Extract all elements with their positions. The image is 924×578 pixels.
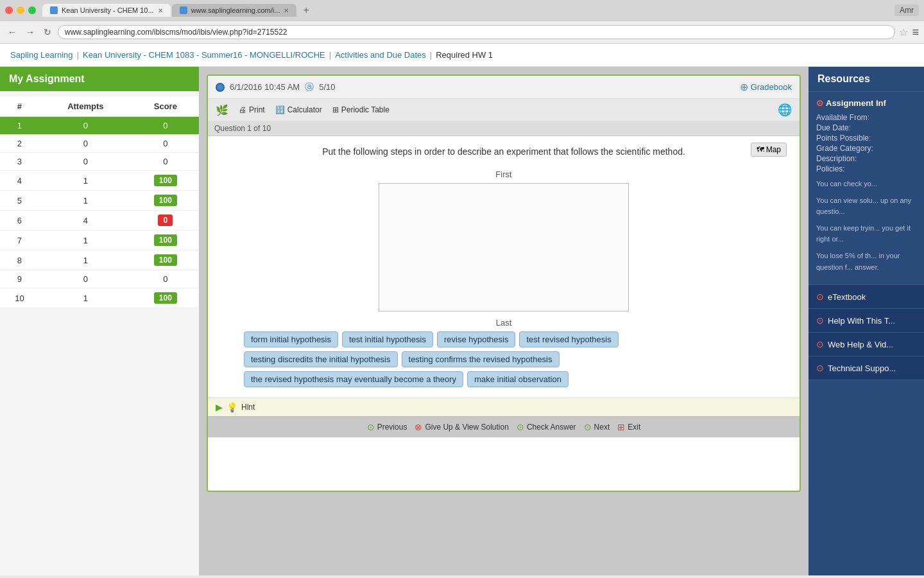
tab-2[interactable]: www.saplinglearning.com/i... ✕ <box>172 4 297 17</box>
policy-text-3: You can keep tryin... you get it right o… <box>816 223 916 245</box>
breadcrumb-sapling[interactable]: Sapling Learning <box>10 50 73 60</box>
drag-item[interactable]: make initial observation <box>467 371 569 387</box>
question-number-bar: Question 1 of 10 <box>208 121 800 136</box>
browser-titlebar: Kean University - CHEM 10... ✕ www.sapli… <box>0 0 924 21</box>
row-num: 2 <box>0 135 39 153</box>
col-header-score: Score <box>132 96 199 117</box>
table-row[interactable]: 300 <box>0 153 199 171</box>
row-score: 0 <box>132 135 199 153</box>
resource-link-item[interactable]: ⊙eTextbook <box>809 285 924 309</box>
help-icon[interactable]: 🌐 <box>778 103 792 117</box>
exit-button[interactable]: ⊞ Exit <box>617 422 640 432</box>
give-up-label: Give Up & View Solution <box>425 423 509 432</box>
table-row[interactable]: 640 <box>0 211 199 231</box>
resources-sidebar: Resources ⊙ Assignment Inf Available Fro… <box>809 67 924 575</box>
table-row[interactable]: 101100 <box>0 288 199 308</box>
give-up-button[interactable]: ⊗ Give Up & View Solution <box>415 422 509 432</box>
row-num: 5 <box>0 191 39 211</box>
breadcrumb: Sapling Learning | Kean University - CHE… <box>0 44 924 67</box>
row-num: 4 <box>0 171 39 191</box>
calculator-button[interactable]: 🔢 Calculator <box>275 105 322 114</box>
row-num: 3 <box>0 153 39 171</box>
print-label: Print <box>249 105 265 114</box>
col-header-num: # <box>0 96 39 117</box>
assignment-info-label[interactable]: Assignment Inf <box>826 98 886 108</box>
tab-1-close[interactable]: ✕ <box>158 7 163 14</box>
next-button[interactable]: ⊙ Next <box>584 422 610 432</box>
new-tab-button[interactable]: + <box>298 4 314 17</box>
periodic-table-button[interactable]: ⊞ Periodic Table <box>332 105 389 114</box>
resource-link-item[interactable]: ⊙Help With This T... <box>809 309 924 333</box>
resource-link-item[interactable]: ⊙Technical Suppo... <box>809 356 924 380</box>
question-date: 6/1/2016 10:45 AM <box>230 82 300 92</box>
drop-zone-first[interactable] <box>379 183 629 311</box>
minimize-dot[interactable] <box>17 6 24 14</box>
map-button[interactable]: 🗺 Map <box>751 143 787 157</box>
row-num: 6 <box>0 211 39 231</box>
table-row[interactable]: 71100 <box>0 231 199 250</box>
hint-label[interactable]: Hint <box>241 403 255 412</box>
prev-icon: ⊙ <box>367 422 375 432</box>
row-score: 100 <box>132 231 199 250</box>
drag-item[interactable]: testing confirms the revised hypothesis <box>402 351 560 367</box>
address-input[interactable] <box>58 25 895 39</box>
drag-item[interactable]: revise hypothesis <box>437 331 515 347</box>
next-icon: ⊙ <box>584 422 592 432</box>
question-meta: 6/1/2016 10:45 AM ⓐ 5/10 <box>216 82 335 93</box>
address-bar: ← → ↻ ☆ ≡ <box>0 21 924 44</box>
gradebook-label: Gradebook <box>751 82 792 92</box>
hint-triangle-icon: ▶ <box>216 402 223 412</box>
table-row[interactable]: 100 <box>0 117 199 135</box>
row-attempts: 0 <box>39 153 132 171</box>
reload-button[interactable]: ↻ <box>41 26 54 39</box>
row-score: 0 <box>132 211 199 231</box>
content-area: 6/1/2016 10:45 AM ⓐ 5/10 ⊕ Gradebook 🌿 🖨… <box>199 67 809 575</box>
row-attempts: 1 <box>39 250 132 270</box>
exit-label: Exit <box>628 423 640 432</box>
row-attempts: 1 <box>39 191 132 211</box>
drag-item[interactable]: test revised hypothesis <box>519 331 618 347</box>
drag-item[interactable]: test initial hypothesis <box>342 331 433 347</box>
menu-icon[interactable]: ≡ <box>912 26 919 39</box>
previous-label: Previous <box>377 423 407 432</box>
row-num: 8 <box>0 250 39 270</box>
previous-button[interactable]: ⊙ Previous <box>367 422 407 432</box>
table-row[interactable]: 51100 <box>0 191 199 211</box>
gradebook-button[interactable]: ⊕ Gradebook <box>740 81 792 93</box>
print-icon: 🖨 <box>239 105 246 114</box>
breadcrumb-activities[interactable]: Activities and Due Dates <box>335 50 426 60</box>
forward-button[interactable]: → <box>23 26 37 39</box>
drag-item[interactable]: form initial hypothesis <box>244 331 338 347</box>
drag-item[interactable]: testing discredits the initial hypothesi… <box>244 351 398 367</box>
row-attempts: 0 <box>39 270 132 288</box>
tab-favicon <box>50 6 58 14</box>
table-row[interactable]: 200 <box>0 135 199 153</box>
question-toolbar: 🌿 🖨 Print 🔢 Calculator ⊞ Periodic Table … <box>208 99 800 121</box>
table-row[interactable]: 81100 <box>0 250 199 270</box>
breadcrumb-course[interactable]: Kean University - CHEM 1083 - Summer16 -… <box>83 50 325 60</box>
drag-item[interactable]: the revised hypothesis may eventually be… <box>244 371 463 387</box>
leaf-icon: 🌿 <box>216 104 228 116</box>
bookmark-icon[interactable]: ☆ <box>899 26 908 39</box>
row-score: 100 <box>132 250 199 270</box>
question-text: Put the following steps in order to desc… <box>218 146 789 157</box>
tab-2-close[interactable]: ✕ <box>284 7 289 14</box>
print-button[interactable]: 🖨 Print <box>239 105 265 114</box>
close-dot[interactable] <box>5 6 13 14</box>
table-row[interactable]: 41100 <box>0 171 199 191</box>
browser-tabs: Kean University - CHEM 10... ✕ www.sapli… <box>42 4 894 17</box>
question-bottom-bar: ⊙ Previous ⊗ Give Up & View Solution ⊙ C… <box>208 416 800 437</box>
row-score: 100 <box>132 171 199 191</box>
row-score: 100 <box>132 191 199 211</box>
check-answer-button[interactable]: ⊙ Check Answer <box>517 422 576 432</box>
back-button[interactable]: ← <box>5 26 19 39</box>
maximize-dot[interactable] <box>28 6 36 14</box>
row-attempts: 1 <box>39 171 132 191</box>
map-label: Map <box>766 145 781 154</box>
tab-1[interactable]: Kean University - CHEM 10... ✕ <box>42 4 171 17</box>
browser-user-label: Amr <box>894 4 919 16</box>
table-row[interactable]: 900 <box>0 270 199 288</box>
resource-link-icon: ⊙ <box>816 363 824 373</box>
drag-items-container: form initial hypothesistest initial hypo… <box>218 331 789 387</box>
resource-link-item[interactable]: ⊙Web Help & Vid... <box>809 333 924 356</box>
